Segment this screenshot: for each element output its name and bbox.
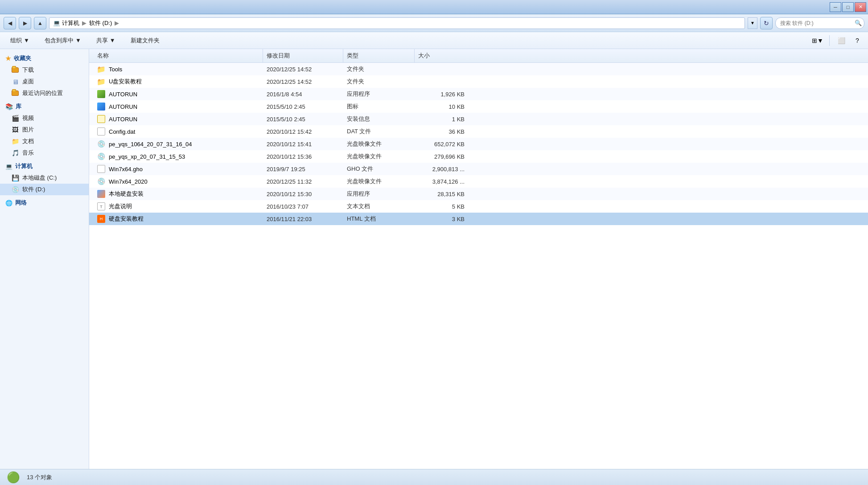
file-icon xyxy=(97,127,105,136)
file-size: 5 KB xyxy=(415,201,468,212)
file-row[interactable]: Config.dat 2020/10/12 15:42 DAT 文件 36 KB xyxy=(89,125,868,138)
file-size: 10 KB xyxy=(415,101,468,112)
sidebar-item-disk-d[interactable]: 💿 软件 (D:) xyxy=(0,184,89,195)
file-icon: T xyxy=(97,202,105,210)
file-row[interactable]: Win7x64.gho 2019/9/7 19:25 GHO 文件 2,900,… xyxy=(89,163,868,175)
library-icon: 📚 xyxy=(5,103,13,110)
file-modified: 2020/12/25 11:32 xyxy=(263,176,343,187)
disk-d-icon: 💿 xyxy=(12,186,19,193)
status-count: 13 个对象 xyxy=(27,473,52,481)
toolbar: 组织 ▼ 包含到库中 ▼ 共享 ▼ 新建文件夹 ⊞▼ ⬜ ? xyxy=(0,32,868,49)
file-size: 3 KB xyxy=(415,214,468,225)
download-label: 下载 xyxy=(22,66,34,74)
file-modified: 2015/5/10 2:45 xyxy=(263,101,343,112)
file-row[interactable]: 💿 Win7x64_2020 2020/12/25 11:32 光盘映像文件 3… xyxy=(89,175,868,188)
address-dropdown[interactable]: ▼ xyxy=(748,17,757,29)
computer-icon: 💻 xyxy=(5,163,12,170)
file-row[interactable]: 💿 pe_yqs_xp_20_07_31_15_53 2020/10/12 15… xyxy=(89,150,868,163)
file-size: 279,696 KB xyxy=(415,151,468,162)
share-dropdown-icon: ▼ xyxy=(110,37,115,44)
file-name-cell: AUTORUN xyxy=(94,88,263,100)
file-row[interactable]: 📁 Tools 2020/12/25 14:52 文件夹 xyxy=(89,63,868,75)
file-row[interactable]: AUTORUN 2016/1/8 4:54 应用程序 1,926 KB xyxy=(89,88,868,100)
toolbar-separator xyxy=(829,35,830,46)
add-to-library-label: 包含到库中 xyxy=(45,37,74,45)
maximize-button[interactable]: □ xyxy=(842,2,854,12)
sidebar-header-library[interactable]: 📚 库 xyxy=(0,101,89,112)
sidebar-item-documents[interactable]: 📁 文档 xyxy=(0,136,89,147)
file-row[interactable]: T 光盘说明 2016/10/23 7:07 文本文档 5 KB xyxy=(89,200,868,213)
preview-pane-button[interactable]: ⬜ xyxy=(835,34,847,47)
file-icon: 📁 xyxy=(97,65,105,73)
file-modified: 2016/11/21 22:03 xyxy=(263,214,343,225)
file-type: 光盘映像文件 xyxy=(343,175,415,188)
file-type: 光盘映像文件 xyxy=(343,138,415,150)
file-name-cell: 💿 pe_yqs_xp_20_07_31_15_53 xyxy=(94,150,263,163)
file-row[interactable]: 本地硬盘安装 2020/10/12 15:30 应用程序 28,315 KB xyxy=(89,188,868,200)
file-row[interactable]: 📁 U盘安装教程 2020/12/25 14:52 文件夹 xyxy=(89,75,868,88)
minimize-button[interactable]: ─ xyxy=(830,2,841,12)
sidebar-header-favorites[interactable]: ★ 收藏夹 xyxy=(0,53,89,64)
view-options-button[interactable]: ⊞▼ xyxy=(811,34,824,47)
sidebar-item-music[interactable]: 🎵 音乐 xyxy=(0,147,89,159)
favorites-label: 收藏夹 xyxy=(14,54,31,62)
refresh-button[interactable]: ↻ xyxy=(760,17,773,29)
file-row[interactable]: AUTORUN 2015/5/10 2:45 安装信息 1 KB xyxy=(89,113,868,125)
file-name: pe_yqs_xp_20_07_31_15_53 xyxy=(109,153,185,160)
file-modified: 2020/10/12 15:42 xyxy=(263,126,343,137)
help-button[interactable]: ? xyxy=(851,34,864,47)
file-type: 安装信息 xyxy=(343,113,415,125)
file-modified: 2015/5/10 2:45 xyxy=(263,114,343,125)
file-icon: 💿 xyxy=(97,140,105,148)
search-wrapper: 🔍 xyxy=(775,17,864,29)
video-label: 视频 xyxy=(22,114,34,122)
forward-button[interactable]: ▶ xyxy=(19,17,31,29)
col-header-name[interactable]: 名称 xyxy=(94,49,263,62)
back-button[interactable]: ◀ xyxy=(4,17,16,29)
file-name: U盘安装教程 xyxy=(109,78,142,86)
close-button[interactable]: ✕ xyxy=(855,2,866,12)
sidebar-item-video[interactable]: 🎬 视频 xyxy=(0,112,89,124)
file-icon: 💿 xyxy=(97,152,105,160)
video-icon: 🎬 xyxy=(12,115,19,122)
path-computer: 计算机 xyxy=(62,19,79,27)
sidebar-header-network[interactable]: 🌐 网络 xyxy=(0,197,89,209)
sidebar-section-favorites: ★ 收藏夹 下载 🖥 桌面 最近访问的位置 xyxy=(0,53,89,99)
sidebar-section-network: 🌐 网络 xyxy=(0,197,89,209)
file-name-cell: Config.dat xyxy=(94,125,263,138)
file-modified: 2020/10/12 15:41 xyxy=(263,139,343,150)
organize-button[interactable]: 组织 ▼ xyxy=(4,34,35,47)
new-folder-label: 新建文件夹 xyxy=(131,37,160,45)
sidebar-item-desktop[interactable]: 🖥 桌面 xyxy=(0,76,89,87)
folder-recent-icon xyxy=(12,90,19,97)
sidebar-header-computer[interactable]: 💻 计算机 xyxy=(0,160,89,172)
address-path[interactable]: 💻 计算机 ▶ 软件 (D:) ▶ xyxy=(49,17,745,29)
col-header-modified[interactable]: 修改日期 xyxy=(263,49,343,62)
computer-label: 计算机 xyxy=(15,162,33,170)
sidebar-item-pictures[interactable]: 🖼 图片 xyxy=(0,124,89,136)
search-input[interactable] xyxy=(775,17,864,29)
up-button[interactable]: ▲ xyxy=(34,17,46,29)
search-button[interactable]: 🔍 xyxy=(855,20,862,26)
col-header-size[interactable]: 大小 xyxy=(415,49,468,62)
file-type: DAT 文件 xyxy=(343,125,415,138)
add-to-library-button[interactable]: 包含到库中 ▼ xyxy=(39,34,87,47)
star-icon: ★ xyxy=(5,55,11,62)
file-modified: 2016/10/23 7:07 xyxy=(263,201,343,212)
file-name: AUTORUN xyxy=(109,91,137,98)
share-label: 共享 xyxy=(96,37,108,45)
sidebar-item-disk-c[interactable]: 💾 本地磁盘 (C:) xyxy=(0,172,89,184)
col-header-type[interactable]: 类型 xyxy=(343,49,415,62)
file-icon xyxy=(97,90,105,98)
file-row[interactable]: 💿 pe_yqs_1064_20_07_31_16_04 2020/10/12 … xyxy=(89,138,868,150)
file-type: 文件夹 xyxy=(343,75,415,88)
new-folder-button[interactable]: 新建文件夹 xyxy=(125,34,165,47)
sidebar-item-recent[interactable]: 最近访问的位置 xyxy=(0,87,89,99)
file-size xyxy=(415,67,468,71)
file-type: 文本文档 xyxy=(343,200,415,213)
share-button[interactable]: 共享 ▼ xyxy=(91,34,121,47)
file-name: 光盘说明 xyxy=(109,202,132,210)
sidebar-item-download[interactable]: 下载 xyxy=(0,64,89,76)
file-row[interactable]: H 硬盘安装教程 2016/11/21 22:03 HTML 文档 3 KB xyxy=(89,213,868,225)
file-row[interactable]: AUTORUN 2015/5/10 2:45 图标 10 KB xyxy=(89,100,868,113)
